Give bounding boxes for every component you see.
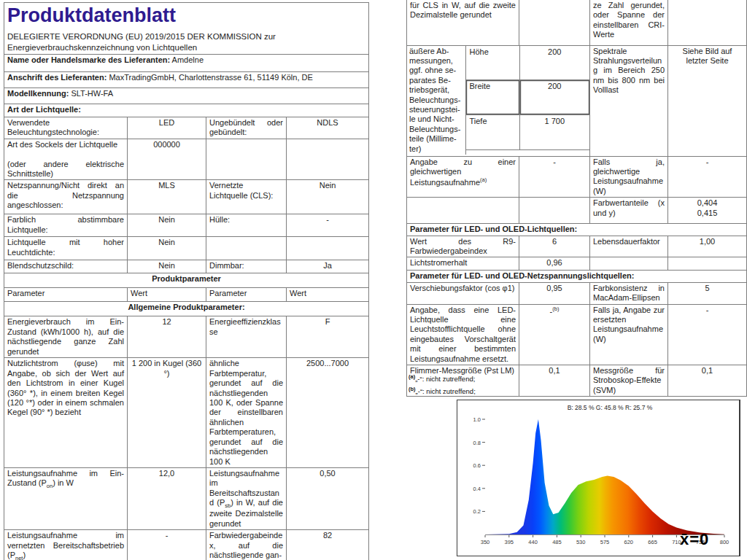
footnote-marker: (b) xyxy=(409,386,416,392)
param-value-cell: 0,1 xyxy=(668,365,747,397)
param-label-cell xyxy=(407,198,519,224)
table-row: Angabe zu einer gleichwertigen Leistungs… xyxy=(407,156,747,198)
table-row: Blendschutzschild: Nein Dimmbar: Ja xyxy=(4,260,369,273)
param-value-cell: Nein xyxy=(128,237,206,260)
dimension-name-cell: Höhe xyxy=(465,46,519,80)
param-value-cell: 0,96 xyxy=(519,257,590,271)
param-value-cell: 0,95 xyxy=(519,282,590,304)
regulation-subtitle: DELEGIERTE VERORDNUNG (EU) 2019/2015 DER… xyxy=(7,31,365,53)
param-label-cell: Verwendete Beleuchtungstechnologie: xyxy=(4,117,128,139)
param-value-cell: 1,00 xyxy=(668,236,747,257)
table-row: Parameter für LED- und OLED-Netzspannung… xyxy=(407,271,747,282)
param-value-cell: - xyxy=(668,304,747,365)
param-label-cell: ze Zahl gerundet, oder Spanne der einste… xyxy=(590,0,668,45)
param-value-cell: Ja xyxy=(287,260,369,273)
spectrum-area xyxy=(485,419,724,534)
param-value-cell: 0,1 xyxy=(519,365,590,397)
table-row: äußere Ab- messungen, ggf. ohne se- para… xyxy=(407,46,589,80)
table-row: Lichtstromerhalt 0,96 xyxy=(407,257,747,271)
param-label-cell: Energieverbrauch im Ein-Zustand (kWh/100… xyxy=(4,316,128,358)
footnote-b: (b)„-“: nicht zutreffend; xyxy=(409,386,476,395)
param-value-cell: - xyxy=(128,530,206,560)
param-value-cell: Nein xyxy=(287,180,369,214)
y-tick-label: 0.6 xyxy=(473,462,481,469)
param-value-cell: Nein xyxy=(128,260,206,273)
param-label-cell: Lichtquelle mit hoher Leuchtdichte: xyxy=(4,237,128,260)
param-label-cell: Leistungsaufnahme im Ein-Zustand (Pon) i… xyxy=(4,467,128,529)
footnotes: (a)„-“: nicht zutreffend; (b)„-“: nicht … xyxy=(409,373,476,398)
param-label-cell: Vernetzte Lichtquelle (CLS): xyxy=(206,180,287,214)
param-label-cell: Wert des R9-Farbwiedergabeindex xyxy=(407,236,519,257)
table-row: Parameter Wert Parameter Wert xyxy=(4,288,369,302)
param-label-cell: Farbwiedergabeindex, auf die nächstliege… xyxy=(206,530,287,560)
dimension-value-cell: 200 xyxy=(519,46,589,80)
x-tick-label: 620 xyxy=(624,539,634,545)
param-label-cell xyxy=(206,139,287,180)
param-label-cell: Farbwertanteile (x und y) xyxy=(590,198,668,224)
y-tick-label: 0.8 xyxy=(473,440,481,446)
light-source-type-cell: Art der Lichtquelle: xyxy=(4,104,369,117)
param-label-cell: Leistungsaufnahme im Bereitschaftszustan… xyxy=(206,467,287,529)
x-tick-label: 440 xyxy=(528,539,538,545)
param-value-cell xyxy=(287,237,369,260)
param-label-cell: Ungebündelt oder gebündelt: xyxy=(206,117,287,139)
section-header-mains: Parameter für LED- und OLED-Netzspannung… xyxy=(407,271,747,282)
section-header-allgemeine: Allgemeine Produktparameter: xyxy=(4,302,369,316)
param-label-cell: Farbkonsistenz in MacAdam-Ellipsen xyxy=(590,282,668,304)
param-label-cell: Leistungsaufnahme im vernetzten Bereitsc… xyxy=(4,530,128,560)
supplier-name-label: Name oder Handelsmarke des Lieferanten: xyxy=(7,55,170,64)
supplier-address-cell: Anschrift des Lieferanten: MaxTradingGmb… xyxy=(4,71,369,88)
param-value-cell: 2500...7000 xyxy=(287,358,369,467)
param-value-cell: MLS xyxy=(128,180,206,214)
param-label-cell: Nutzlichtstrom (φuse) mit Angabe, ob sic… xyxy=(4,358,128,467)
param-label-cell: Angabe zu einer gleichwertigen Leistungs… xyxy=(407,156,519,198)
dimension-name-cell: Tiefe xyxy=(465,114,519,149)
param-value-cell: 000000 xyxy=(128,139,206,180)
title-block: Produktdatenblatt DELEGIERTE VERORDNUNG … xyxy=(4,3,369,55)
table-row: Leistungsaufnahme im Ein-Zustand (Pon) i… xyxy=(4,467,369,529)
table-row: Art des Sockels der Lichtquelle (oder an… xyxy=(4,139,369,180)
table-row: Art der Lichtquelle: xyxy=(4,104,369,117)
param-value-cell: 12 xyxy=(128,316,206,358)
table-row: Energieverbrauch im Ein-Zustand (kWh/100… xyxy=(4,316,369,358)
x-equals-annotation: x̄=0 xyxy=(680,530,709,549)
param-value-cell: 5 xyxy=(668,282,747,304)
supplier-name-value: Amdelne xyxy=(172,55,204,64)
param-value-cell: F xyxy=(287,316,369,358)
param-label-cell: Verschiebungsfaktor (cos φ1) xyxy=(407,282,519,304)
param-value-cell xyxy=(287,139,369,180)
model-id-label: Modellkennung: xyxy=(7,89,69,98)
param-value-cell: -(b) xyxy=(519,304,590,365)
param-label-cell: Blendschutzschild: xyxy=(4,260,128,273)
table-row: Angabe, dass eine LED-Lichtquelle eine L… xyxy=(407,304,747,365)
param-label-cell: Angabe, dass eine LED-Lichtquelle eine L… xyxy=(407,304,519,365)
column-header-cell: Parameter xyxy=(4,288,128,302)
x-tick-label: 800 xyxy=(720,539,729,545)
dimensions-subtable: äußere Ab- messungen, ggf. ohne se- para… xyxy=(407,46,589,155)
param-label-cell: Farblich abstimmbare Lichtquelle: xyxy=(4,214,128,237)
table-row: Lichtquelle mit hoher Leuchtdichte: Nein xyxy=(4,237,369,260)
footnote-marker: (a) xyxy=(409,373,415,380)
table-row: Verwendete Beleuchtungstechnologie: LED … xyxy=(4,117,369,139)
param-value-cell: 1 200 in Kugel (360 °) xyxy=(128,358,206,467)
footnote-text: „-“: nicht zutreffend; xyxy=(416,387,476,395)
table-row: Leistungsaufnahme im vernetzten Bereitsc… xyxy=(4,530,369,560)
x-tick-label: 530 xyxy=(576,539,586,545)
table-row: Netzspannung/Nicht direkt an die Netzspa… xyxy=(4,180,369,214)
y-tick-label: 0.2 xyxy=(473,508,481,515)
column-header-cell: Parameter xyxy=(206,288,287,302)
empty-cell xyxy=(519,149,589,155)
chart-legend: B: 28.5 % G: 45.8 % R: 25.7 % xyxy=(568,404,653,411)
x-tick-label: 665 xyxy=(648,539,657,545)
param-label-cell: Hülle: xyxy=(206,214,287,237)
dimension-name-cell-selected[interactable]: Breite xyxy=(465,79,519,114)
dimension-value-cell: 1 700 xyxy=(519,114,589,149)
footnote-text: „-“: nicht zutreffend; xyxy=(415,375,475,383)
empty-cell xyxy=(465,149,519,155)
y-tick-label: 0.4 xyxy=(473,486,481,492)
param-value-cell: 6 xyxy=(519,236,590,257)
dimension-value-cell-selected[interactable]: 200 xyxy=(519,79,589,114)
param-value-cell: - xyxy=(287,214,369,237)
table-row: Allgemeine Produktparameter: xyxy=(4,302,369,316)
param-label-cell xyxy=(590,257,668,271)
